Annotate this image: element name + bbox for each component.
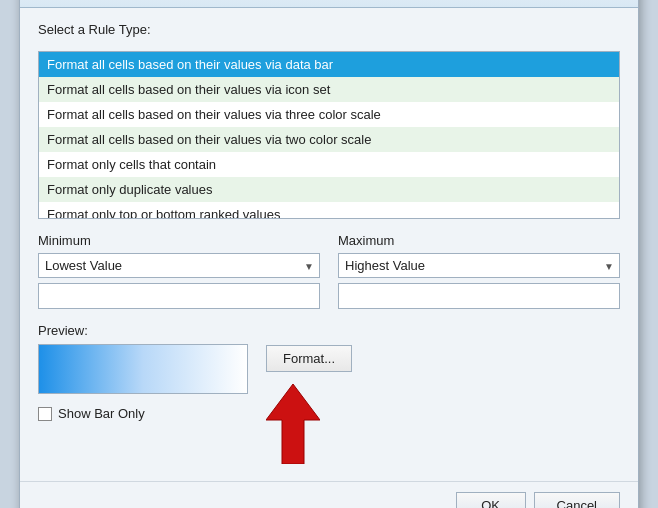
- format-button[interactable]: Format...: [266, 345, 352, 372]
- maximum-dropdown-wrapper: Highest Value Number Percent Formula Per…: [338, 253, 620, 278]
- rule-item[interactable]: Format only duplicate values: [39, 177, 619, 202]
- preview-row: Preview: Show Bar Only Format...: [38, 323, 620, 467]
- rule-item[interactable]: Format all cells based on their values v…: [39, 52, 619, 77]
- cancel-button[interactable]: Cancel: [534, 492, 620, 508]
- show-bar-row: Show Bar Only: [38, 406, 248, 421]
- show-bar-only-label: Show Bar Only: [58, 406, 145, 421]
- rule-item[interactable]: Format only cells that contain: [39, 152, 619, 177]
- preview-label: Preview:: [38, 323, 248, 338]
- arrow-indicator: [266, 384, 320, 467]
- preview-section: Preview: Show Bar Only: [38, 323, 248, 421]
- minimum-dropdown-wrapper: Lowest Value Number Percent Formula Perc…: [38, 253, 320, 278]
- dialog-footer: OK Cancel: [20, 481, 638, 508]
- conditional-formatting-dialog: CF Conditional Formatting Rule × Select …: [19, 0, 639, 508]
- maximum-column: Maximum Highest Value Number Percent For…: [338, 233, 620, 309]
- min-max-row: Minimum Lowest Value Number Percent Form…: [38, 233, 620, 309]
- rule-item[interactable]: Format only top or bottom ranked values: [39, 202, 619, 219]
- maximum-label: Maximum: [338, 233, 620, 248]
- maximum-value-input[interactable]: [338, 283, 620, 309]
- maximum-dropdown[interactable]: Highest Value Number Percent Formula Per…: [338, 253, 620, 278]
- format-button-area: Format...: [266, 323, 352, 467]
- preview-bar: [39, 345, 247, 393]
- minimum-value-input[interactable]: [38, 283, 320, 309]
- rule-item[interactable]: Format all cells based on their values v…: [39, 127, 619, 152]
- minimum-label: Minimum: [38, 233, 320, 248]
- minimum-dropdown[interactable]: Lowest Value Number Percent Formula Perc…: [38, 253, 320, 278]
- rule-type-label: Select a Rule Type:: [38, 22, 620, 37]
- title-bar: CF Conditional Formatting Rule ×: [20, 0, 638, 8]
- dialog-body: Select a Rule Type: Format all cells bas…: [20, 8, 638, 481]
- rule-item[interactable]: Format all cells based on their values v…: [39, 77, 619, 102]
- svg-marker-0: [266, 384, 320, 464]
- rule-list[interactable]: Format all cells based on their values v…: [38, 51, 620, 219]
- minimum-column: Minimum Lowest Value Number Percent Form…: [38, 233, 320, 309]
- show-bar-only-checkbox[interactable]: [38, 407, 52, 421]
- preview-bar-container: [38, 344, 248, 394]
- rule-item[interactable]: Format all cells based on their values v…: [39, 102, 619, 127]
- ok-button[interactable]: OK: [456, 492, 526, 508]
